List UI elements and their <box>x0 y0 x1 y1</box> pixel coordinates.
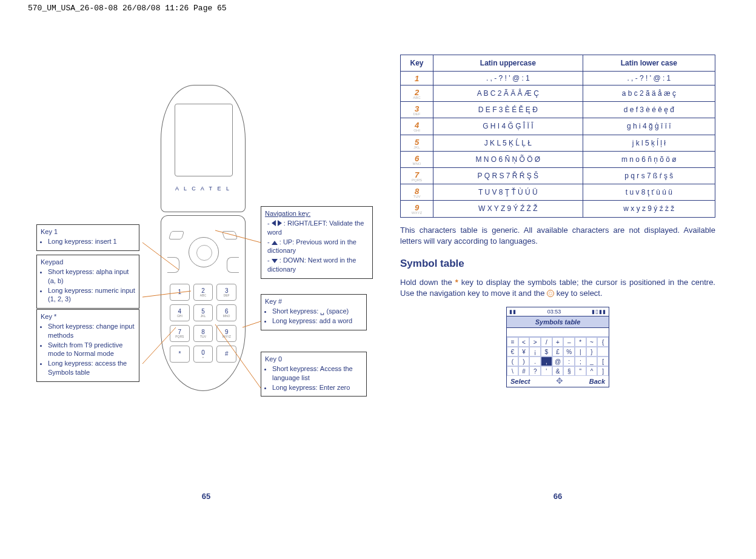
symbol-table-text: Hold down the * key to display the symbo… <box>400 277 715 299</box>
svg-line-4 <box>243 321 261 327</box>
symbol-cell[interactable]: ^ <box>586 366 598 376</box>
symbol-cell[interactable]: ' <box>541 366 552 376</box>
table-row: 6MNOM N O 6 Ñ Ņ Õ Ö Øm n o 6 ñ ņ õ ö ø <box>401 151 715 167</box>
svg-line-0 <box>142 243 179 270</box>
callout-item: Short keypress: ␣ (space) <box>272 307 363 316</box>
symbol-cell[interactable]: ¡ <box>529 347 541 356</box>
page-number-right: 66 <box>400 492 715 501</box>
symbol-cell[interactable]: £ <box>552 347 564 356</box>
symbol-cell[interactable]: _ <box>586 356 598 366</box>
symbol-cell[interactable]: § <box>563 366 575 376</box>
table-row: 2ABCA B C 2 Ã Ä Å Æ Ça b c 2 ã ä å æ ç <box>401 85 715 102</box>
battery-icon: ▮▮ <box>509 309 517 315</box>
callout-item: Switch from T9 predictive mode to Normal… <box>48 341 135 359</box>
table-row: 9WXYZW X Y Z 9 Ý Ź Ż Žw x y z 9 ý ź ż ž <box>401 201 715 217</box>
symbol-cell[interactable]: [ <box>597 356 609 366</box>
star-key-icon: * <box>455 277 458 288</box>
phone-key: 9WXYZ <box>216 325 236 342</box>
col-lower: Latin lower case <box>583 55 715 72</box>
phone-key: 1 <box>170 284 190 301</box>
symbols-table-screenshot: ▮▮ 03:53 ▮▯▮▮ Symbols table =<>/+–*~{€¥¡… <box>506 307 609 387</box>
page-number-left: 65 <box>49 492 364 501</box>
table-row: 1. , - ? ! ' @ : 1. , - ? ! ' @ : 1 <box>401 72 715 85</box>
callout-keypad: Keypad Short keypress: alpha input (a, b… <box>36 255 139 309</box>
print-header: 570_UM_USA_26-08-08 26/08/08 11:26 Page … <box>28 4 227 13</box>
symbol-cell[interactable]: ( <box>507 356 518 366</box>
softkey-back[interactable]: Back <box>589 378 605 385</box>
callout-item: Short keypress: alpha input (a, b) <box>48 267 135 286</box>
symbol-cell[interactable]: $ <box>541 347 552 356</box>
phone-illustration: A L C A T E L 12ABC3DEF4GHI5JKL6MNO7PQRS… <box>146 85 261 406</box>
phone-key: # <box>216 346 236 363</box>
page-66: Key Latin uppercase Latin lower case 1. … <box>400 55 715 387</box>
svg-line-3 <box>215 230 261 243</box>
characters-table: Key Latin uppercase Latin lower case 1. … <box>400 55 715 218</box>
callout-item: Short keypress: change input methods <box>48 322 135 340</box>
svg-line-2 <box>142 327 176 364</box>
phone-key: 3DEF <box>216 284 236 301</box>
phone-key: 4GHI <box>170 304 190 321</box>
arrow-down-icon <box>272 259 278 263</box>
symbol-cell[interactable]: { <box>597 337 609 347</box>
symbol-cell[interactable]: / <box>541 337 552 347</box>
col-key: Key <box>401 55 433 72</box>
symbol-cell[interactable]: : <box>563 356 575 366</box>
symbol-cell[interactable]: ~ <box>586 337 598 347</box>
phone-key: 7PQRS <box>170 325 190 342</box>
symbol-cell[interactable] <box>597 347 609 356</box>
callout-key-1: Key 1 Long keypress: insert 1 <box>36 224 139 251</box>
phone-key: 0+ <box>193 346 213 363</box>
brand-label: A L C A T E L <box>161 186 245 192</box>
symbol-cell[interactable]: " <box>575 366 586 376</box>
symbol-cell[interactable]: € <box>507 347 518 356</box>
col-upper: Latin uppercase <box>433 55 583 72</box>
symbol-cell[interactable]: # <box>518 366 530 376</box>
callout-key-hash: Key # Short keypress: ␣ (space)Long keyp… <box>261 294 367 330</box>
phone-key: 2ABC <box>193 284 213 301</box>
callout-item: Long keypress: Enter zero <box>272 383 363 392</box>
symbol-cell[interactable]: ] <box>597 366 609 376</box>
callout-item: Long keypress: insert 1 <box>48 237 135 246</box>
symbol-cell[interactable]: ¥ <box>518 347 530 356</box>
callout-key-star: Key * Short keypress: change input metho… <box>36 309 139 382</box>
table-row: 5JKLJ K L 5 Ķ Ĺ Ļ Łj k l 5 ķ ĺ ļ ł <box>401 135 715 151</box>
svg-line-5 <box>215 324 261 388</box>
callout-item: Long keypress: access the Symbols table <box>48 359 135 377</box>
screen-title: Symbols table <box>507 316 609 328</box>
symbol-cell[interactable]: & <box>552 366 564 376</box>
symbol-cell[interactable]: . <box>529 356 541 366</box>
phone-key: * <box>170 346 190 363</box>
arrow-up-icon <box>272 241 278 245</box>
arrow-right-icon <box>278 220 282 226</box>
symbol-cell[interactable]: ) <box>518 356 530 366</box>
phone-key: 6MNO <box>216 304 236 321</box>
symbol-cell[interactable]: | <box>575 347 586 356</box>
softkey-select[interactable]: Select <box>510 378 530 385</box>
symbol-cell[interactable]: % <box>563 347 575 356</box>
table-row: 3DEFD E F 3 È É Ě Ę Đd e f 3 è é ě ę đ <box>401 102 715 118</box>
symbol-cell[interactable]: ; <box>575 356 586 366</box>
table-row: 4GHIG H I 4 Ğ Ģ Î Ï Īg h i 4 ğ ģ î ï ī <box>401 118 715 135</box>
phone-key: 5JKL <box>193 304 213 321</box>
symbol-cell[interactable]: } <box>586 347 598 356</box>
symbol-cell[interactable]: > <box>529 337 541 347</box>
arrow-left-icon <box>272 220 276 226</box>
symbol-cell[interactable]: = <box>507 337 518 347</box>
nav-indicator-icon: ✥ <box>556 378 563 385</box>
table-row: 7PQRSP Q R S 7 Ř Ŕ Ş Šp q r s 7 ß ŕ ş š <box>401 167 715 184</box>
symbol-table-heading: Symbol table <box>400 258 715 270</box>
symbol-cell[interactable]: + <box>552 337 564 347</box>
symbol-cell[interactable]: ? <box>529 366 541 376</box>
symbol-cell[interactable]: * <box>575 337 586 347</box>
symbol-cell[interactable]: < <box>518 337 530 347</box>
symbol-cell[interactable]: – <box>563 337 575 347</box>
ok-ring-icon <box>547 290 554 297</box>
table-row: 8TUVT U V 8 Ţ Ť Ù Ú Üt u v 8 ţ ť ù ú ü <box>401 184 715 201</box>
symbol-cell[interactable]: , <box>541 356 552 366</box>
svg-line-1 <box>142 291 191 297</box>
callout-item: Short keypress: Access the language list <box>272 364 363 383</box>
symbol-cell[interactable]: \ <box>507 366 518 376</box>
callout-navigation-key: Navigation key: - : RIGHT/LEFT: Validate… <box>261 206 373 279</box>
symbol-cell[interactable]: @ <box>552 356 564 366</box>
callout-item: Long keypress: numeric input (1, 2, 3) <box>48 286 135 304</box>
